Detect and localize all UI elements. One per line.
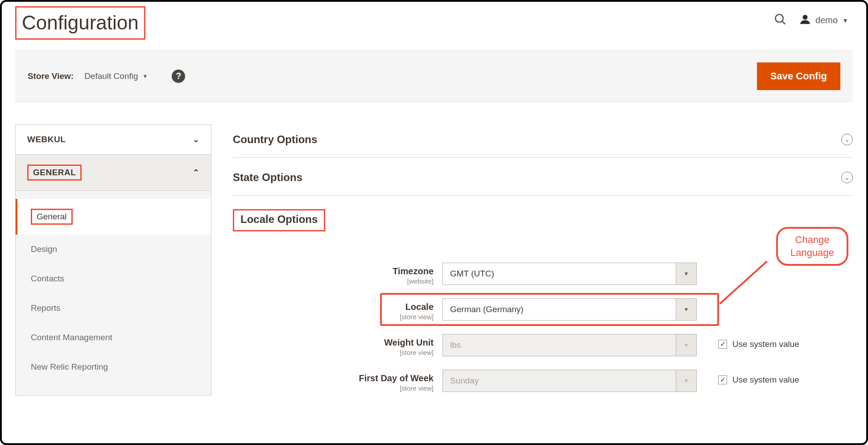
field-scope: [store view] [233, 313, 434, 321]
sidebar-item-contacts[interactable]: Contacts [16, 264, 211, 293]
section-state-options[interactable]: State Options ⌄ [233, 158, 853, 196]
sidebar-group-label: GENERAL [27, 165, 82, 181]
user-menu[interactable]: demo ▼ [799, 13, 848, 27]
field-label: Timezone [393, 266, 434, 276]
sidebar-item-label: New Relic Reporting [31, 362, 108, 371]
field-label: First Day of Week [359, 373, 434, 383]
sidebar-item-content-management[interactable]: Content Management [16, 323, 211, 352]
use-system-value-label: Use system value [732, 375, 799, 385]
caret-down-icon: ▼ [143, 73, 148, 79]
field-locale: Locale [store view] German (Germany) ▼ [233, 298, 853, 321]
field-weight-unit: Weight Unit [store view] lbs ▼ ✓ Use sys… [233, 334, 853, 356]
use-system-value-label: Use system value [732, 339, 799, 349]
toolbar: Store View: Default Config ▼ ? Save Conf… [15, 50, 853, 102]
caret-down-icon: ▼ [676, 370, 696, 391]
page-title: Configuration [15, 6, 145, 40]
use-system-value-checkbox[interactable]: ✓ [718, 375, 727, 384]
use-system-value-checkbox[interactable]: ✓ [718, 340, 727, 349]
save-config-button[interactable]: Save Config [757, 62, 840, 90]
store-view-switcher[interactable]: Default Config ▼ [84, 71, 148, 81]
field-label: Weight Unit [384, 338, 434, 347]
caret-down-icon: ▼ [676, 299, 696, 320]
svg-line-1 [782, 21, 785, 24]
select-value: Sunday [443, 370, 676, 391]
sidebar-item-label: Contacts [31, 274, 64, 283]
sidebar-item-new-relic-reporting[interactable]: New Relic Reporting [16, 352, 211, 382]
field-scope: [store view] [233, 349, 434, 356]
sidebar-group-label: WEBKUL [27, 135, 66, 144]
user-icon [799, 13, 811, 27]
sidebar-item-general[interactable]: General [16, 199, 211, 235]
help-icon[interactable]: ? [172, 70, 185, 83]
select-value: GMT (UTC) [443, 263, 676, 284]
config-sidebar: WEBKUL ⌄ GENERAL ⌃ General Design Contac… [15, 124, 211, 396]
field-scope: [website] [233, 277, 434, 285]
section-title: Locale Options [233, 209, 325, 231]
svg-point-0 [775, 14, 783, 22]
annotation-callout: Change Language [776, 227, 848, 266]
first-day-of-week-select: Sunday ▼ [442, 370, 697, 392]
caret-down-icon: ▼ [842, 17, 848, 24]
search-icon[interactable] [773, 12, 787, 28]
sidebar-group-webkul[interactable]: WEBKUL ⌄ [15, 124, 211, 155]
sidebar-group-general[interactable]: GENERAL ⌃ [15, 155, 211, 191]
locale-select[interactable]: German (Germany) ▼ [442, 298, 697, 321]
field-first-day-of-week: First Day of Week [store view] Sunday ▼ … [233, 370, 853, 392]
chevron-down-icon: ⌄ [193, 135, 200, 144]
caret-down-icon: ▼ [676, 334, 696, 356]
select-value: German (Germany) [443, 299, 676, 320]
section-locale-options[interactable]: Locale Options [233, 196, 853, 243]
expand-icon: ⌄ [841, 134, 853, 145]
sidebar-item-design[interactable]: Design [16, 235, 211, 264]
store-view-label: Store View: [28, 71, 74, 81]
chevron-up-icon: ⌃ [193, 168, 200, 177]
expand-icon: ⌄ [841, 172, 853, 183]
config-content: Country Options ⌄ State Options ⌄ Locale… [233, 124, 853, 405]
section-title: State Options [233, 171, 302, 184]
sidebar-item-label: Reports [31, 303, 61, 313]
section-title: Country Options [233, 133, 317, 146]
sidebar-item-label: Design [31, 244, 57, 254]
weight-unit-select: lbs ▼ [442, 334, 697, 356]
sidebar-item-label: Content Management [31, 333, 112, 342]
caret-down-icon: ▼ [676, 263, 696, 284]
sidebar-item-reports[interactable]: Reports [16, 293, 211, 323]
field-label: Locale [405, 302, 434, 312]
sidebar-item-label: General [31, 209, 73, 225]
select-value: lbs [443, 334, 676, 356]
field-scope: [store view] [233, 384, 434, 392]
section-country-options[interactable]: Country Options ⌄ [233, 127, 853, 158]
svg-point-2 [803, 15, 808, 20]
store-view-value: Default Config [84, 71, 138, 81]
user-name: demo [815, 15, 838, 25]
timezone-select[interactable]: GMT (UTC) ▼ [442, 263, 697, 285]
